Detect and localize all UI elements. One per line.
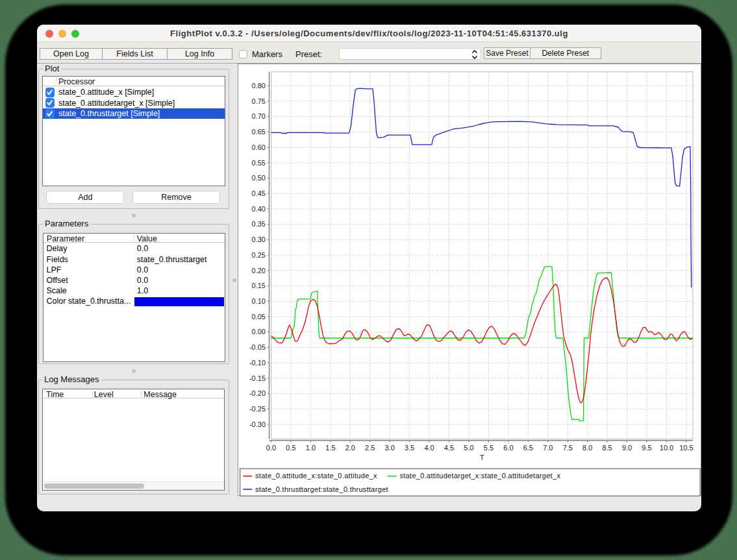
svg-text:8.0: 8.0 (582, 444, 592, 452)
svg-text:0.80: 0.80 (251, 82, 265, 90)
svg-text:6.5: 6.5 (523, 444, 532, 452)
svg-text:-0.10: -0.10 (249, 359, 265, 367)
svg-text:0.30: 0.30 (251, 236, 265, 243)
svg-text:0.00: 0.00 (251, 328, 265, 336)
svg-text:7.0: 7.0 (543, 444, 553, 452)
svg-text:5.0: 5.0 (464, 444, 473, 452)
svg-text:7.5: 7.5 (562, 444, 572, 452)
svg-text:-0.15: -0.15 (249, 374, 265, 382)
svg-text:0.60: 0.60 (251, 143, 265, 151)
svg-text:2.0: 2.0 (345, 444, 355, 452)
svg-text:T: T (479, 454, 484, 461)
svg-text:-0.05: -0.05 (249, 343, 265, 351)
svg-text:state_0.attitude_x:state_0.att: state_0.attitude_x:state_0.attitude_x (255, 472, 377, 480)
svg-text:4.0: 4.0 (424, 444, 434, 452)
svg-text:0.40: 0.40 (251, 205, 265, 213)
svg-text:state_0.thrusttarget:state_0.t: state_0.thrusttarget:state_0.thrusttarge… (255, 485, 388, 493)
svg-text:0.5: 0.5 (286, 444, 295, 452)
svg-text:10.0: 10.0 (659, 444, 673, 452)
svg-text:6.0: 6.0 (503, 444, 513, 452)
svg-text:10.5: 10.5 (679, 444, 693, 452)
svg-text:-0.30: -0.30 (249, 420, 265, 428)
svg-text:0.75: 0.75 (251, 97, 265, 105)
svg-text:-0.25: -0.25 (249, 405, 265, 413)
svg-text:0.15: 0.15 (251, 282, 265, 290)
svg-text:0.05: 0.05 (251, 313, 265, 321)
svg-text:0.0: 0.0 (266, 444, 275, 452)
svg-text:0.10: 0.10 (251, 297, 265, 305)
svg-text:0.45: 0.45 (251, 189, 265, 197)
svg-text:0.50: 0.50 (251, 175, 265, 182)
svg-text:0.25: 0.25 (251, 251, 265, 259)
svg-text:3.0: 3.0 (384, 444, 394, 452)
svg-text:9.5: 9.5 (642, 444, 651, 452)
svg-text:0.55: 0.55 (251, 159, 265, 167)
svg-text:8.5: 8.5 (602, 444, 612, 452)
svg-text:0.65: 0.65 (251, 128, 265, 136)
svg-text:5.5: 5.5 (483, 444, 493, 452)
svg-text:9.0: 9.0 (621, 444, 631, 452)
svg-text:1.5: 1.5 (325, 444, 335, 452)
svg-text:2.5: 2.5 (365, 444, 375, 452)
svg-text:-0.20: -0.20 (249, 390, 265, 398)
svg-text:0.70: 0.70 (251, 113, 265, 121)
svg-text:state_0.attitudetarget_x:state: state_0.attitudetarget_x:state_0.attitud… (399, 472, 560, 480)
svg-text:4.5: 4.5 (443, 444, 453, 452)
svg-text:1.0: 1.0 (305, 444, 315, 452)
svg-text:0.35: 0.35 (251, 221, 265, 228)
svg-text:0.20: 0.20 (251, 267, 265, 274)
svg-text:3.5: 3.5 (404, 444, 414, 452)
